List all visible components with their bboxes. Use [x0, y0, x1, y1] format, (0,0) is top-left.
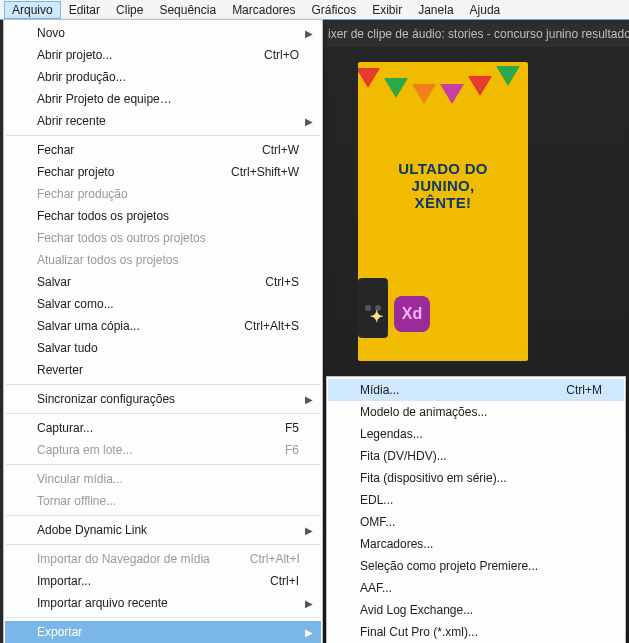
- menu-item-label: Marcadores...: [360, 537, 433, 551]
- menu-item-label: Novo: [37, 26, 65, 40]
- menu-item-shortcut: Ctrl+O: [224, 48, 299, 62]
- fileMenu-item[interactable]: Abrir produção...: [5, 66, 321, 88]
- menu-item-label: Adobe Dynamic Link: [37, 523, 147, 537]
- menu-item-label: Tornar offline...: [37, 494, 116, 508]
- menu-marcadores[interactable]: Marcadores: [224, 1, 303, 19]
- menu-janela[interactable]: Janela: [410, 1, 461, 19]
- menu-item-label: Salvar como...: [37, 297, 114, 311]
- exportMenu-item[interactable]: Final Cut Pro (*.xml)...: [328, 621, 624, 643]
- menu-item-label: Final Cut Pro (*.xml)...: [360, 625, 478, 639]
- fileMenu-item[interactable]: Abrir recente▶: [5, 110, 321, 132]
- fileMenu-item[interactable]: Fechar todos os projetos: [5, 205, 321, 227]
- fileMenu-item[interactable]: Importar...Ctrl+I: [5, 570, 321, 592]
- menu-item-label: Abrir recente: [37, 114, 106, 128]
- menu-item-label: Modelo de animações...: [360, 405, 487, 419]
- menu-item-shortcut: Ctrl+S: [225, 275, 299, 289]
- menu-item-label: Legendas...: [360, 427, 423, 441]
- menu-item-label: Abrir projeto...: [37, 48, 112, 62]
- fileMenu-item: Importar do Navegador de mídiaCtrl+Alt+I: [5, 548, 321, 570]
- menu-item-shortcut: Ctrl+Shift+W: [191, 165, 299, 179]
- exportMenu-item[interactable]: Marcadores...: [328, 533, 624, 555]
- xd-badge: Xd: [394, 296, 430, 332]
- exportMenu-item[interactable]: OMF...: [328, 511, 624, 533]
- menu-sequencia[interactable]: Sequência: [151, 1, 224, 19]
- menu-item-label: Importar...: [37, 574, 91, 588]
- exportMenu-item[interactable]: EDL...: [328, 489, 624, 511]
- menu-item-label: EDL...: [360, 493, 393, 507]
- exportMenu-item[interactable]: Mídia...Ctrl+M: [328, 379, 624, 401]
- menu-item-label: Avid Log Exchange...: [360, 603, 473, 617]
- fileMenu-item[interactable]: Salvar uma cópia...Ctrl+Alt+S: [5, 315, 321, 337]
- menubar: Arquivo Editar Clipe Sequência Marcadore…: [0, 0, 629, 20]
- menu-item-label: Sincronizar configurações: [37, 392, 175, 406]
- menu-item-label: Fechar: [37, 143, 74, 157]
- menu-item-label: Mídia...: [360, 383, 399, 397]
- fileMenu-item[interactable]: Adobe Dynamic Link▶: [5, 519, 321, 541]
- fileMenu-item[interactable]: Capturar...F5: [5, 417, 321, 439]
- submenu-arrow-icon: ▶: [305, 116, 313, 127]
- menu-item-label: Fita (dispositivo em série)...: [360, 471, 507, 485]
- menu-item-label: Captura em lote...: [37, 443, 132, 457]
- menu-item-shortcut: Ctrl+M: [526, 383, 602, 397]
- menu-item-shortcut: Ctrl+W: [222, 143, 299, 157]
- file-menu: Novo▶Abrir projeto...Ctrl+OAbrir produçã…: [3, 19, 323, 643]
- menu-item-label: Fechar projeto: [37, 165, 114, 179]
- menu-item-shortcut: F5: [245, 421, 299, 435]
- menu-clipe[interactable]: Clipe: [108, 1, 151, 19]
- fileMenu-item: Vincular mídia...: [5, 468, 321, 490]
- fileMenu-item[interactable]: Sincronizar configurações▶: [5, 388, 321, 410]
- menu-item-label: Fechar todos os projetos: [37, 209, 169, 223]
- submenu-arrow-icon: ▶: [305, 525, 313, 536]
- menu-editar[interactable]: Editar: [61, 1, 108, 19]
- menu-item-label: Importar arquivo recente: [37, 596, 168, 610]
- exportMenu-item[interactable]: Fita (DV/HDV)...: [328, 445, 624, 467]
- submenu-arrow-icon: ▶: [305, 394, 313, 405]
- menu-arquivo[interactable]: Arquivo: [4, 1, 61, 19]
- fileMenu-item[interactable]: FecharCtrl+W: [5, 139, 321, 161]
- fileMenu-item: Fechar todos os outros projetos: [5, 227, 321, 249]
- exportMenu-item[interactable]: Legendas...: [328, 423, 624, 445]
- menu-exibir[interactable]: Exibir: [364, 1, 410, 19]
- submenu-arrow-icon: ▶: [305, 598, 313, 609]
- bunting-decor: [358, 62, 528, 132]
- export-submenu: Mídia...Ctrl+MModelo de animações...Lege…: [326, 376, 626, 643]
- fileMenu-item: Atualizar todos os projetos: [5, 249, 321, 271]
- fileMenu-item[interactable]: Salvar tudo: [5, 337, 321, 359]
- menu-item-label: AAF...: [360, 581, 392, 595]
- menu-item-shortcut: F6: [245, 443, 299, 457]
- fileMenu-item[interactable]: Fechar projetoCtrl+Shift+W: [5, 161, 321, 183]
- menu-ajuda[interactable]: Ajuda: [462, 1, 509, 19]
- menu-item-label: OMF...: [360, 515, 395, 529]
- fileMenu-item: Captura em lote...F6: [5, 439, 321, 461]
- exportMenu-item[interactable]: Fita (dispositivo em série)...: [328, 467, 624, 489]
- fileMenu-item: Fechar produção: [5, 183, 321, 205]
- fileMenu-item[interactable]: Exportar▶: [5, 621, 321, 643]
- separator: [6, 544, 320, 545]
- menu-item-shortcut: Ctrl+Alt+I: [210, 552, 300, 566]
- exportMenu-item[interactable]: Modelo de animações...: [328, 401, 624, 423]
- submenu-arrow-icon: ▶: [305, 28, 313, 39]
- menu-item-label: Salvar tudo: [37, 341, 98, 355]
- menu-item-shortcut: Ctrl+Alt+S: [204, 319, 299, 333]
- fileMenu-item[interactable]: Abrir projeto...Ctrl+O: [5, 44, 321, 66]
- menu-item-label: Vincular mídia...: [37, 472, 123, 486]
- separator: [6, 515, 320, 516]
- exportMenu-item[interactable]: AAF...: [328, 577, 624, 599]
- fileMenu-item[interactable]: Salvar como...: [5, 293, 321, 315]
- menu-item-label: Abrir Projeto de equipe…: [37, 92, 172, 106]
- fileMenu-item[interactable]: Reverter: [5, 359, 321, 381]
- exportMenu-item[interactable]: Seleção como projeto Premiere...: [328, 555, 624, 577]
- fileMenu-item[interactable]: Novo▶: [5, 22, 321, 44]
- fileMenu-item[interactable]: Importar arquivo recente▶: [5, 592, 321, 614]
- exportMenu-item[interactable]: Avid Log Exchange...: [328, 599, 624, 621]
- fileMenu-item[interactable]: Abrir Projeto de equipe…: [5, 88, 321, 110]
- menu-item-label: Salvar uma cópia...: [37, 319, 140, 333]
- menu-item-label: Fechar produção: [37, 187, 128, 201]
- menu-item-label: Exportar: [37, 625, 82, 639]
- fileMenu-item[interactable]: SalvarCtrl+S: [5, 271, 321, 293]
- panel-title: ixer de clipe de áudio: stories - concur…: [322, 20, 629, 47]
- separator: [6, 413, 320, 414]
- menu-item-label: Importar do Navegador de mídia: [37, 552, 210, 566]
- menu-item-shortcut: Ctrl+I: [230, 574, 299, 588]
- menu-graficos[interactable]: Gráficos: [303, 1, 364, 19]
